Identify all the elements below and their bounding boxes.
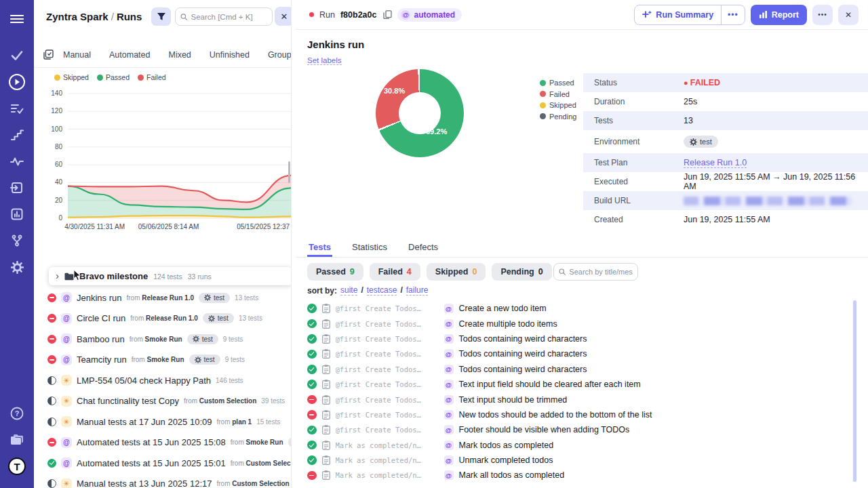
run-list-item[interactable]: Manual tests at 13 Jun 2025 12:17 from C…: [34, 474, 292, 488]
status-filter-chip[interactable]: Skipped 0: [427, 263, 486, 281]
test-status-icon: [307, 334, 317, 344]
run-list-item[interactable]: Circle CI run from Release Run 1.0 test …: [34, 308, 292, 329]
run-detail-tab[interactable]: Tests: [307, 239, 332, 257]
left-scrollbar-thumb[interactable]: [288, 161, 290, 183]
test-status-icon: [307, 365, 317, 374]
run-list-item[interactable]: Teamcity run from Smoke Run test 9 tests: [34, 350, 292, 371]
legend-dot: [540, 102, 546, 108]
test-title: Create a new todo item: [459, 304, 547, 313]
sort-option-link[interactable]: testcase: [367, 285, 397, 296]
run-list-item[interactable]: Automated tests at 15 Jun 2025 15:01 fro…: [34, 453, 292, 474]
right-scrollbar-thumb[interactable]: [853, 300, 856, 482]
test-list-item[interactable]: @first Create Todos… Todos containing we…: [296, 362, 852, 377]
legend-dot: [138, 75, 144, 81]
run-list-item[interactable]: Bamboo run from Smoke Run test 9 tests: [34, 329, 292, 350]
status-filter-chip[interactable]: Pending 0: [492, 263, 551, 281]
select-all-icon[interactable]: [43, 49, 54, 60]
runs-filter-tab[interactable]: Mixed: [168, 50, 191, 60]
tests-search-input[interactable]: [569, 268, 633, 276]
run-actions: Run Summary ••• Report ••• ✕: [634, 5, 859, 25]
legend-dot: [540, 80, 546, 86]
test-list-item[interactable]: @first Create Todos… Create a new todo i…: [296, 301, 852, 316]
run-status-icon: [47, 418, 56, 426]
sidebar-item-pulse[interactable]: [5, 151, 28, 171]
test-list-item[interactable]: Mark as completed/n… Mark all todos as c…: [296, 468, 852, 483]
sidebar-item-plans[interactable]: [5, 98, 28, 119]
sidebar-item-runs[interactable]: [5, 72, 28, 92]
run-summary-more-button[interactable]: •••: [721, 5, 745, 24]
run-title: Jenkins run: [307, 39, 364, 50]
test-list-item[interactable]: Mark as completed/n… Unmark completed to…: [296, 453, 852, 468]
test-list-item[interactable]: @first Create Todos… Todos containing we…: [296, 331, 852, 346]
sort-separator: /: [400, 285, 402, 296]
y-axis-tick: 40: [34, 178, 62, 186]
more-options-button[interactable]: •••: [812, 5, 833, 25]
test-list-item[interactable]: @first Create Todos… Todos containing we…: [296, 346, 852, 361]
status-filter-chip[interactable]: Passed 9: [307, 263, 363, 281]
test-list-item[interactable]: @first Create Todos… Create multiple tod…: [296, 316, 852, 331]
close-run-button[interactable]: ✕: [838, 5, 859, 25]
test-list-item[interactable]: Mark as completed/n… Mark todos as compl…: [296, 438, 852, 453]
run-kind-icon: [61, 416, 72, 427]
projects-button[interactable]: [5, 430, 28, 450]
run-detail-tab[interactable]: Defects: [407, 239, 439, 257]
run-info-table: Status FAILED FAILED Duration 25s 25s Te…: [583, 73, 868, 229]
copy-icon[interactable]: [383, 10, 392, 19]
chevron-right-icon[interactable]: ›: [56, 270, 59, 281]
sidebar-item-tests[interactable]: [5, 45, 28, 66]
run-list-item[interactable]: Chat functinality test Copy from Custom …: [34, 391, 292, 412]
automated-badge[interactable]: @ automated: [397, 8, 462, 22]
run-list-item[interactable]: Manual tests at 17 Jun 2025 10:09 from p…: [34, 411, 292, 432]
help-button[interactable]: ?: [5, 403, 28, 424]
y-axis-tick: 120: [34, 107, 62, 115]
run-status-icon: [47, 438, 56, 447]
runs-filter-tab[interactable]: Manual: [63, 50, 91, 60]
run-name: Automated tests at 15 Jun 2025 15:01: [77, 458, 226, 468]
run-summary-button[interactable]: Run Summary: [635, 5, 721, 24]
close-panel-button[interactable]: ✕: [275, 7, 292, 26]
runs-filter-tab[interactable]: Unfinished: [210, 50, 250, 60]
test-list-item[interactable]: @first Create Todos… Text input should b…: [296, 392, 852, 407]
runs-search: [175, 7, 273, 26]
info-value: Release Run 1.0 Release Run 1.0: [684, 158, 747, 168]
runs-filter-tab[interactable]: Groups: [268, 50, 292, 60]
sidebar-item-import[interactable]: [5, 178, 28, 198]
test-list-item[interactable]: @first Create Todos… New todos should be…: [296, 407, 852, 422]
clipboard-icon: [322, 395, 330, 405]
project-name[interactable]: Zyntra Spark: [46, 11, 108, 22]
app-logo[interactable]: T: [5, 456, 28, 476]
run-detail-tab[interactable]: Statistics: [351, 239, 389, 257]
sort-option-link[interactable]: suite: [340, 285, 357, 296]
automated-test-icon: [444, 380, 454, 389]
sidebar-item-milestones[interactable]: [5, 125, 28, 145]
set-labels-link[interactable]: Set labels: [307, 56, 342, 65]
run-status-icon: [47, 479, 56, 488]
report-button[interactable]: Report: [751, 5, 807, 25]
run-list-item[interactable]: Automated tests at 15 Jun 2025 15:08 fro…: [34, 432, 292, 453]
status-filter-chip[interactable]: Failed 4: [370, 263, 420, 281]
test-status-icon: [307, 304, 317, 313]
sort-option-link[interactable]: failure: [406, 285, 429, 296]
breadcrumb-separator: /: [108, 11, 117, 22]
menu-button[interactable]: [5, 9, 28, 29]
test-title: Create multiple todo items: [459, 319, 557, 329]
run-list-item[interactable]: LMP-554 05/04 check Happy Path from 146 …: [34, 370, 292, 391]
donut-failed-label: 30.8%: [384, 87, 405, 95]
sidebar-item-analytics[interactable]: [5, 204, 28, 224]
info-row: Environment test test: [583, 130, 868, 153]
milestone-row[interactable]: › Bravo milestone 124 tests 33 runs: [49, 267, 292, 285]
legend-label: Skipped: [549, 101, 576, 109]
sidebar-item-branches[interactable]: [5, 230, 28, 251]
sidebar-item-settings[interactable]: [5, 257, 28, 277]
automated-test-icon: [444, 365, 454, 374]
run-status-icon: [47, 314, 56, 323]
runs-filter-tab[interactable]: Automated: [109, 50, 150, 60]
filter-button[interactable]: [151, 7, 171, 26]
donut-legend-item: Pending: [540, 111, 576, 123]
test-list-item[interactable]: @first Create Todos… Text input field sh…: [296, 377, 852, 392]
runs-search-input[interactable]: [191, 13, 267, 21]
test-title: New todos should be added to the bottom …: [459, 410, 652, 420]
run-list-item[interactable]: Jenkins run from Release Run 1.0 test 13…: [34, 287, 292, 308]
clipboard-icon: [322, 470, 330, 480]
test-list-item[interactable]: @first Create Todos… Footer should be vi…: [296, 422, 852, 437]
